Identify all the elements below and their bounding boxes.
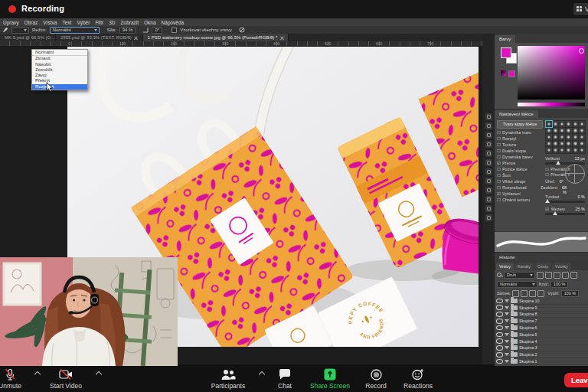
menu-vrstva[interactable]: Vrstva — [43, 20, 57, 25]
panel-dock-icon[interactable] — [485, 159, 492, 166]
visibility-eye-icon[interactable] — [496, 345, 503, 351]
chevron-up-icon[interactable] — [34, 371, 41, 377]
roundness-value-field[interactable]: 68 % — [557, 185, 567, 194]
brush-option-label[interactable]: Chránit texturu — [502, 198, 530, 202]
hardness-value[interactable]: 0 % — [571, 194, 585, 199]
unmute-button[interactable]: Unmute — [0, 368, 32, 390]
brush-option-label[interactable]: Textura — [502, 142, 516, 147]
brush-option-label[interactable]: Rozprašovač — [502, 185, 527, 190]
participants-button[interactable]: Participants — [204, 368, 253, 390]
panel-dock-icon[interactable] — [485, 150, 492, 157]
checkbox-icon[interactable]: ☐ — [497, 149, 501, 153]
leave-button[interactable]: Leave — [564, 373, 588, 387]
layer-row[interactable]: Skupina 2 — [495, 351, 588, 358]
layer-row[interactable]: Skupina 10 — [495, 298, 588, 305]
panel-dock-icon[interactable] — [485, 178, 492, 185]
foreground-color-swatch[interactable] — [501, 47, 511, 58]
panel-dock-icon[interactable] — [485, 205, 492, 212]
expand-triangle-icon[interactable] — [505, 326, 509, 329]
checkbox-icon[interactable]: ☑ — [497, 191, 501, 196]
expand-triangle-icon[interactable] — [505, 346, 509, 349]
layer-row[interactable]: Skupina 8 — [495, 312, 588, 318]
close-tab-icon[interactable] — [279, 36, 283, 40]
menu-obraz[interactable]: Obraz — [24, 20, 38, 25]
checkbox-icon[interactable]: ☐ — [497, 185, 501, 190]
panel-dock-icon[interactable] — [485, 132, 492, 139]
brush-option-label[interactable]: Duální stopa — [502, 149, 526, 153]
angle-value[interactable]: 0° — [152, 27, 162, 34]
checkbox-icon[interactable]: ☐ — [497, 136, 501, 141]
history-panel-header[interactable]: Historie — [495, 252, 588, 261]
visibility-eye-icon[interactable] — [496, 299, 503, 304]
visibility-eye-icon[interactable] — [496, 352, 503, 358]
share-screen-button[interactable]: Share Screen — [305, 368, 355, 390]
checkbox-icon[interactable]: ☐ — [497, 198, 501, 202]
record-button[interactable]: Record — [358, 368, 394, 390]
menu-3d[interactable]: 3D — [109, 20, 115, 25]
expand-triangle-icon[interactable] — [505, 299, 509, 302]
mode-dropdown[interactable]: Normální — [50, 27, 100, 34]
tab-paths[interactable]: Cesty — [534, 263, 551, 270]
blend-mode-option[interactable]: Násobit — [32, 62, 87, 67]
color-slider-icon[interactable] — [508, 70, 515, 77]
layer-row[interactable]: Skupina 4 — [495, 338, 588, 345]
brush-option-label[interactable]: Dynamika tvaru — [502, 130, 531, 135]
brush-tip-grid[interactable] — [545, 120, 586, 154]
blend-mode-option[interactable]: Závoj — [32, 73, 87, 78]
visibility-eye-icon[interactable] — [496, 359, 503, 364]
menu-upravy[interactable]: Úpravy — [3, 20, 19, 25]
gradient-icon[interactable] — [501, 70, 506, 76]
lock-all-icon[interactable] — [537, 290, 544, 297]
checkbox-icon[interactable]: ☐ — [497, 173, 501, 178]
menu-filtr[interactable]: Filtr — [95, 20, 103, 25]
brush-preset-picker[interactable] — [11, 27, 29, 34]
layer-row[interactable]: Skupina 9 — [495, 305, 588, 312]
filter-smart-icon[interactable] — [570, 272, 577, 279]
brush-option-label[interactable]: Pozice štětce — [502, 167, 528, 172]
layer-row[interactable]: Skupina 7 — [495, 318, 588, 325]
expand-triangle-icon[interactable] — [505, 340, 509, 343]
strength-value[interactable]: 94 % — [119, 27, 136, 34]
hue-strip[interactable] — [518, 103, 585, 106]
filter-adjustment-icon[interactable] — [545, 272, 552, 279]
spacing-slider[interactable] — [545, 213, 585, 215]
lock-transparency-icon[interactable] — [512, 290, 519, 297]
layer-row[interactable]: Skupina 6 — [495, 325, 588, 332]
filter-pixel-icon[interactable] — [537, 272, 544, 279]
menu-zobrazit[interactable]: Zobrazit — [121, 20, 139, 25]
brush-tip-shape-button[interactable]: Tvary stopy štětce — [497, 120, 543, 129]
filter-shape-icon[interactable] — [562, 272, 569, 279]
checkbox-icon[interactable]: ☐ — [497, 155, 501, 159]
brush-option-label[interactable]: Rozptyl — [502, 136, 516, 141]
blend-mode-option[interactable]: Překrýt — [32, 78, 87, 83]
view-button[interactable]: View — [573, 3, 588, 15]
lock-position-icon[interactable] — [529, 290, 536, 297]
checkbox-icon[interactable]: ☑ — [497, 161, 501, 165]
blend-mode-option-highlighted[interactable]: Rozjasnit — [32, 84, 87, 90]
panel-dock-icon[interactable] — [485, 141, 492, 148]
flip-y-checkbox[interactable]: ☐ — [545, 172, 549, 177]
visibility-eye-icon[interactable] — [496, 332, 503, 338]
expand-triangle-icon[interactable] — [505, 333, 509, 336]
close-tab-icon[interactable] — [134, 36, 138, 40]
panel-dock-icon[interactable] — [485, 122, 492, 129]
spacing-value[interactable]: 25 % — [571, 207, 585, 211]
brush-option-label[interactable]: Vlhké okraje — [502, 179, 525, 184]
expand-triangle-icon[interactable] — [505, 306, 509, 309]
document-tab-2[interactable]: 2955.psd @ 33,3% (TEXT, RGB/8) — [56, 34, 143, 41]
tab-colors[interactable]: Barvy — [495, 35, 515, 43]
brush-option-label[interactable]: Vyhlazení — [502, 191, 521, 196]
panel-dock-icon[interactable] — [485, 187, 492, 194]
tab-channels[interactable]: Kanály — [514, 263, 534, 270]
flip-x-checkbox[interactable]: ☐ — [545, 167, 549, 172]
checkbox-icon[interactable]: ☐ — [497, 179, 501, 184]
document-tab-active[interactable]: 1 PSD stationery mockup scene.jpg @ 66,5… — [143, 34, 289, 41]
opacity-value[interactable]: 100 % — [550, 281, 569, 288]
document-tab-1[interactable]: MK 5.psd @ 66,5% (O… — [0, 34, 56, 41]
blend-mode-option[interactable]: Normální — [32, 50, 87, 56]
self-view-video[interactable] — [0, 257, 178, 366]
brush-option-label[interactable]: Dynamika barev — [502, 155, 533, 159]
panel-dock-icon[interactable] — [485, 168, 492, 175]
layer-row[interactable]: Skupina 1 — [495, 358, 588, 365]
hardness-slider[interactable] — [545, 201, 585, 203]
